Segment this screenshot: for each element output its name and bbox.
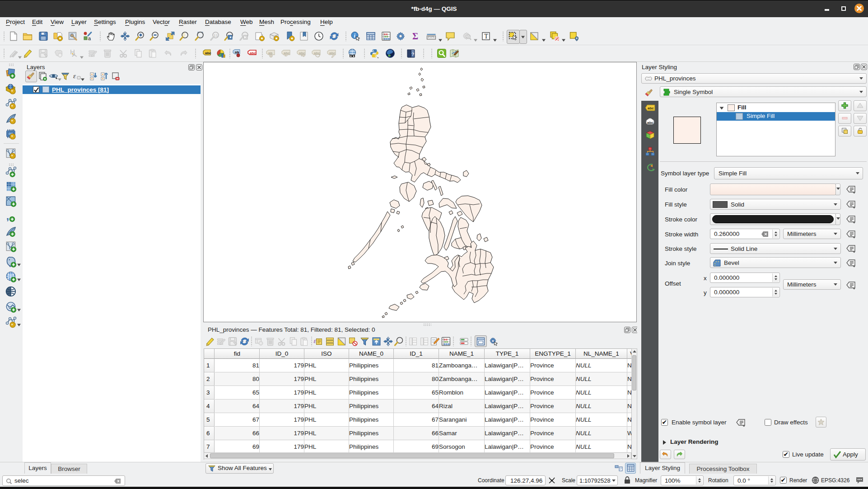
svg-text:abc: abc (647, 121, 653, 125)
svg-text:abc: abc (648, 106, 654, 110)
svg-text:abc: abc (299, 51, 305, 55)
svg-text:a: a (88, 36, 91, 41)
svg-text:ε: ε (73, 72, 76, 80)
svg-text:1:1: 1:1 (214, 34, 218, 37)
svg-text:ε: ε (313, 337, 316, 344)
svg-text:?: ? (411, 52, 414, 57)
svg-text:Σ: Σ (412, 31, 418, 41)
svg-text:T: T (484, 33, 488, 40)
svg-text:abc: abc (250, 51, 256, 55)
svg-text:,: , (6, 210, 9, 221)
svg-text:abc: abc (205, 51, 211, 55)
